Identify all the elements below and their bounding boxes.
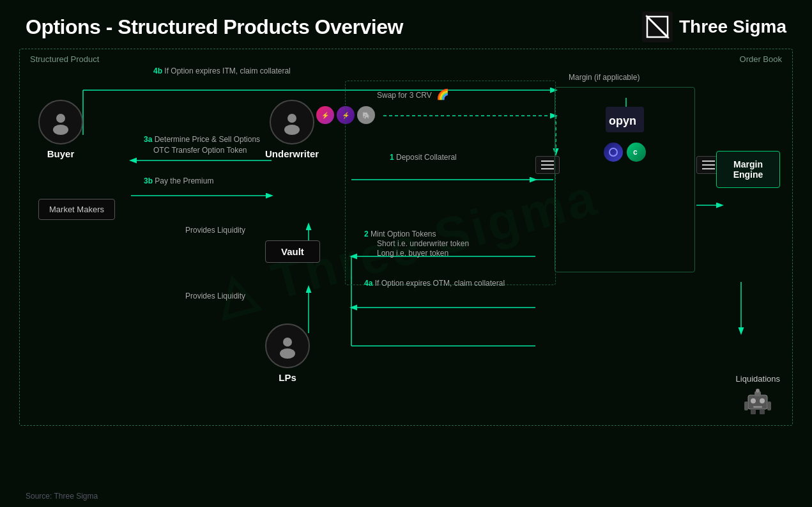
token-icon-1: ⚡: [316, 106, 334, 124]
svg-point-27: [609, 148, 617, 156]
svg-text:c: c: [633, 148, 638, 157]
opyn-logo-text: opyn: [565, 107, 685, 136]
source-label: Source: Three Sigma: [26, 492, 98, 501]
step2-label: 2 Mint Option Tokens: [364, 230, 436, 238]
margin-label: Margin (if applicable): [569, 73, 640, 82]
svg-point-24: [284, 125, 300, 135]
diagram: Structured Product Order Book △ Three Si…: [19, 49, 793, 445]
underwriter-icon: [270, 100, 314, 144]
logo-area: Three Sigma: [642, 12, 786, 42]
underwriter-label: Underwriter: [265, 148, 319, 159]
lps-svg: [275, 333, 300, 359]
opyn-inner-box: opyn c: [555, 87, 695, 272]
order-book-label: Order Book: [740, 54, 782, 64]
arrow-4b-label: 4b If Option expires ITM, claim collater…: [153, 66, 291, 75]
buyer-area: Buyer: [38, 100, 83, 159]
step-3a-label: 3a Determine Price & Sell Options: [144, 135, 260, 144]
three-sigma-logo-icon: [642, 12, 673, 42]
svg-point-23: [287, 114, 296, 123]
buyer-icon: [38, 100, 83, 144]
protocol-icon-1: [604, 143, 623, 162]
svg-rect-37: [744, 402, 748, 410]
liquidations-label: Liquidations: [736, 374, 780, 384]
structured-product-label: Structured Product: [30, 54, 99, 64]
step2-sub2-label: Long i.e. buyer token: [377, 249, 448, 258]
lps-area: LPs: [265, 324, 310, 383]
step4a-label: 4a If Option expires OTM, claim collater…: [364, 279, 505, 288]
robot-icon: [736, 387, 780, 419]
svg-point-22: [53, 125, 68, 135]
protocol-icon-2: c: [627, 143, 646, 162]
underwriter-svg: [279, 109, 305, 135]
underwriter-area: ⚡ ⚡ 🐘 Underwriter: [265, 100, 319, 159]
buyer-svg: [48, 109, 73, 135]
svg-text:opyn: opyn: [609, 114, 636, 127]
svg-point-30: [280, 348, 295, 359]
step-3b-label: 3b Pay the Premium: [144, 176, 213, 185]
step2-sub1-label: Short i.e. underwriter token: [377, 239, 469, 248]
svg-point-32: [751, 398, 756, 403]
step-3a-sub-label: OTC Transfer Option Token: [153, 146, 247, 155]
page-title: Options - Structured Products Overview: [26, 15, 403, 39]
svg-point-21: [56, 114, 65, 123]
svg-point-33: [760, 398, 765, 403]
opyn-logo-area: opyn c: [555, 88, 694, 175]
buyer-label: Buyer: [38, 148, 83, 159]
liquidations-area: Liquidations: [736, 374, 780, 419]
logo-text: Three Sigma: [679, 17, 786, 37]
lps-label: LPs: [265, 372, 310, 383]
svg-rect-34: [753, 406, 762, 408]
header: Options - Structured Products Overview T…: [0, 0, 812, 49]
opyn-svg: opyn: [606, 107, 644, 132]
svg-point-36: [756, 389, 760, 393]
svg-rect-38: [767, 402, 771, 410]
margin-engine-label: Margin Engine: [733, 159, 763, 180]
provides-liq1-label: Provides Liquidity: [185, 226, 245, 235]
lps-icon: [265, 324, 310, 368]
market-makers-box: Market Makers: [38, 199, 115, 220]
margin-engine-box: Margin Engine: [716, 151, 780, 188]
vault-box: Vault: [265, 240, 320, 263]
svg-rect-40: [760, 409, 765, 414]
svg-rect-39: [751, 409, 756, 414]
provides-liq2-label: Provides Liquidity: [185, 292, 245, 300]
svg-point-29: [283, 338, 292, 347]
step1-label: 1 Deposit Collateral: [390, 153, 457, 162]
protocol-icons-row: c: [565, 143, 685, 162]
